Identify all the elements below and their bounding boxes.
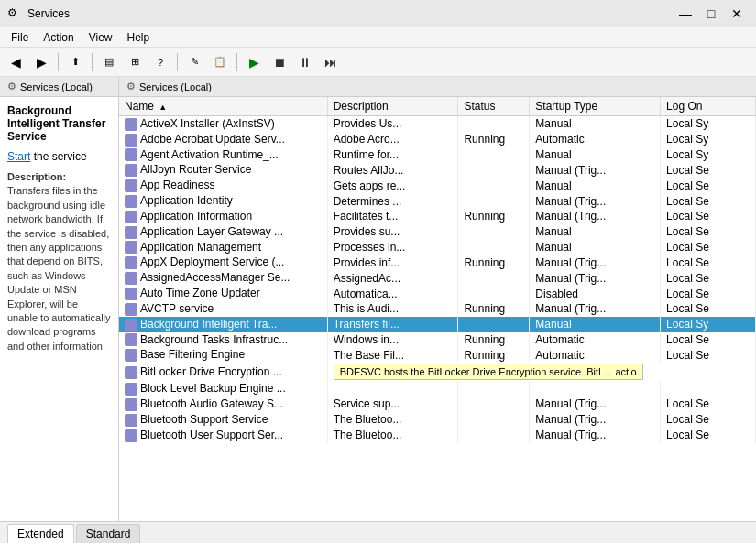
toolbar-stop[interactable]: ⏹ — [268, 50, 291, 74]
menu-file[interactable]: File — [4, 29, 36, 46]
col-header-name[interactable]: Name ▲ — [119, 97, 327, 116]
left-panel: ⚙ Services (Local) Background Intelligen… — [0, 77, 119, 521]
table-row[interactable]: Agent Activation Runtime_...Runtime for.… — [119, 147, 756, 163]
table-row[interactable]: AppX Deployment Service (...Provides inf… — [119, 255, 756, 270]
app-icon: ⚙ — [7, 6, 22, 21]
link-suffix: the service — [30, 150, 86, 163]
toolbar-back[interactable]: ◀ — [4, 50, 27, 74]
menu-view[interactable]: View — [82, 29, 120, 46]
table-row[interactable]: Application ManagementProcesses in...Man… — [119, 240, 756, 255]
col-header-logon[interactable]: Log On — [661, 97, 756, 116]
toolbar-sep2 — [92, 53, 93, 71]
services-table-container[interactable]: Name ▲ Description Status Startup Type L… — [119, 97, 756, 521]
col-header-status[interactable]: Status — [458, 97, 530, 116]
table-row[interactable]: Auto Time Zone UpdaterAutomatica...Disab… — [119, 286, 756, 301]
left-panel-content: Background Intelligent Transfer Service … — [0, 97, 118, 521]
minimize-button[interactable]: — — [674, 2, 697, 26]
right-panel-header-icon: ⚙ — [126, 81, 136, 92]
left-panel-header-icon: ⚙ — [7, 81, 16, 92]
table-row[interactable]: AssignedAccessManager Se...AssignedAc...… — [119, 270, 756, 286]
toolbar: ◀ ▶ ⬆ ▤ ⊞ ? ✎ 📋 ▶ ⏹ ⏸ ⏭ — [0, 48, 756, 77]
toolbar-sep4 — [236, 53, 237, 71]
table-row[interactable]: Application IdentityDetermines ...Manual… — [119, 193, 756, 209]
title-bar: ⚙ Services — □ ✕ — [0, 0, 756, 27]
bottom-tabs: Extended Standard — [0, 521, 756, 543]
table-row[interactable]: Background Tasks Infrastruc...Windows in… — [119, 332, 756, 348]
table-row[interactable]: Base Filtering EngineThe Base Fil...Runn… — [119, 347, 756, 363]
tab-extended[interactable]: Extended — [7, 524, 74, 543]
toolbar-restart[interactable]: ⏭ — [319, 50, 343, 74]
toolbar-pause[interactable]: ⏸ — [293, 50, 317, 74]
window-controls: — □ ✕ — [674, 2, 749, 26]
left-panel-header-text: Services (Local) — [20, 81, 93, 92]
table-row[interactable]: AllJoyn Router ServiceRoutes AllJo...Man… — [119, 162, 756, 178]
toolbar-play[interactable]: ▶ — [242, 50, 266, 74]
sort-arrow-name: ▲ — [159, 103, 167, 112]
toolbar-export[interactable]: ⊞ — [123, 50, 147, 74]
col-header-startup[interactable]: Startup Type — [530, 97, 661, 116]
window-title: Services — [27, 7, 674, 20]
tab-standard[interactable]: Standard — [76, 524, 141, 543]
toolbar-properties[interactable]: 📋 — [208, 50, 232, 74]
table-row[interactable]: BitLocker Drive Encryption ...BDESVC hos… — [119, 363, 756, 381]
right-panel-header-text: Services (Local) — [139, 81, 212, 92]
services-table: Name ▲ Description Status Startup Type L… — [119, 97, 756, 443]
selected-service-title: Background Intelligent Transfer Service — [7, 104, 111, 143]
table-row[interactable]: ActiveX Installer (AxInstSV)Provides Us.… — [119, 116, 756, 132]
table-row[interactable]: AVCTP serviceThis is Audi...RunningManua… — [119, 301, 756, 317]
service-action-line: Start the service — [7, 150, 111, 163]
toolbar-up[interactable]: ⬆ — [63, 50, 87, 74]
toolbar-script[interactable]: ✎ — [182, 50, 206, 74]
table-body: ActiveX Installer (AxInstSV)Provides Us.… — [119, 116, 756, 443]
table-row[interactable]: Background Intelligent Tra...Transfers f… — [119, 317, 756, 332]
right-panel: ⚙ Services (Local) Name ▲ Description St… — [119, 77, 756, 521]
right-panel-header: ⚙ Services (Local) — [119, 77, 756, 97]
toolbar-sep1 — [58, 53, 59, 71]
maximize-button[interactable]: □ — [699, 2, 723, 26]
service-description: Description: Transfers files in the back… — [7, 170, 111, 353]
toolbar-forward[interactable]: ▶ — [29, 50, 53, 74]
desc-text: Transfers files in the background using … — [7, 185, 111, 351]
table-row[interactable]: App ReadinessGets apps re...ManualLocal … — [119, 178, 756, 193]
start-service-link[interactable]: Start — [7, 150, 30, 163]
table-row[interactable]: Application Layer Gateway ...Provides su… — [119, 224, 756, 240]
toolbar-sep3 — [177, 53, 178, 71]
table-row[interactable]: Application InformationFacilitates t...R… — [119, 209, 756, 224]
toolbar-help[interactable]: ? — [148, 50, 172, 74]
menu-help[interactable]: Help — [120, 29, 158, 46]
menu-bar: File Action View Help — [0, 27, 756, 48]
desc-label: Description: — [7, 171, 66, 182]
left-panel-header: ⚙ Services (Local) — [0, 77, 118, 97]
toolbar-show-hide[interactable]: ▤ — [97, 50, 121, 74]
table-header-row: Name ▲ Description Status Startup Type L… — [119, 97, 756, 116]
table-row[interactable]: Adobe Acrobat Update Serv...Adobe Acro..… — [119, 132, 756, 147]
table-row[interactable]: Block Level Backup Engine ... — [119, 381, 756, 396]
main-layout: ⚙ Services (Local) Background Intelligen… — [0, 77, 756, 521]
table-row[interactable]: Bluetooth User Support Ser...The Bluetoo… — [119, 428, 756, 443]
table-row[interactable]: Bluetooth Support ServiceThe Bluetoo...M… — [119, 412, 756, 428]
close-button[interactable]: ✕ — [725, 2, 749, 26]
menu-action[interactable]: Action — [36, 29, 81, 46]
col-header-desc[interactable]: Description — [327, 97, 458, 116]
table-row[interactable]: Bluetooth Audio Gateway S...Service sup.… — [119, 396, 756, 412]
